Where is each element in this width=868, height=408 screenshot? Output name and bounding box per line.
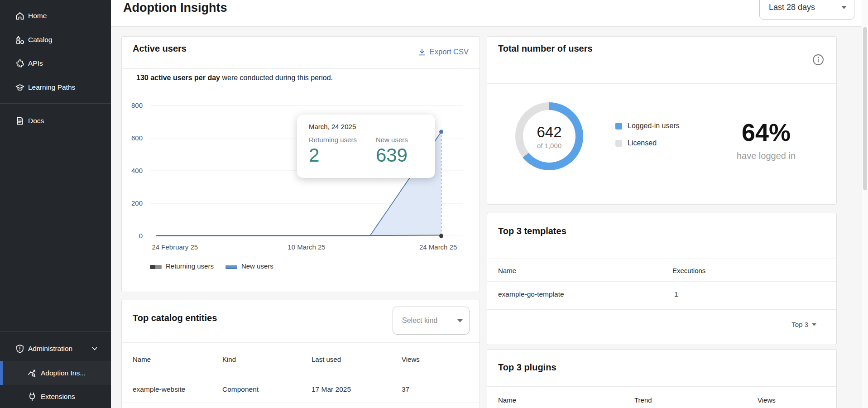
chart-subtitle: 130 active users per day were conducted … — [136, 74, 333, 82]
tooltip-returning-users: Returning users 2 — [309, 136, 357, 166]
tooltip-value: 639 — [376, 144, 408, 166]
kind-value: Component — [222, 385, 259, 394]
caret-down-icon — [841, 6, 847, 9]
column-header-views: Views — [402, 355, 420, 363]
users-donut-chart: 642 of 1,000 — [515, 102, 583, 170]
sidebar-divider — [0, 331, 111, 332]
sidebar-divider — [0, 103, 111, 104]
sidebar-item-label: Home — [28, 12, 47, 20]
column-header-last-used: Last used — [312, 355, 341, 363]
scrollbar-thumb[interactable] — [863, 27, 867, 190]
shield-icon — [15, 344, 25, 354]
adoption-insights-icon — [27, 368, 37, 378]
date-range-value: Last 28 days — [769, 3, 815, 12]
legend-logged-in-users: Logged-in users — [615, 122, 680, 130]
table-divider — [487, 281, 836, 282]
tooltip-value: 2 — [309, 144, 357, 166]
new-users-swatch — [225, 265, 237, 269]
kind-select[interactable]: Select kind — [393, 307, 470, 335]
executions-value: 1 — [674, 290, 678, 298]
column-header-name: Name — [498, 267, 516, 274]
top-n-value: Top 3 — [791, 321, 808, 328]
sidebar-item-label: Adoption Ins... — [41, 369, 86, 377]
apis-icon — [15, 58, 25, 68]
export-csv-label: Export CSV — [430, 48, 469, 56]
page-title: Adoption Insights — [123, 1, 227, 15]
sidebar-item-apis[interactable]: APIs — [0, 52, 111, 75]
card-title: Active users — [133, 43, 187, 54]
donut-total: of 1,000 — [537, 142, 561, 149]
logged-in-percent: 64% — [710, 118, 823, 146]
legend-label: Logged-in users — [628, 122, 680, 130]
sidebar-item-administration[interactable]: Administration — [0, 337, 111, 360]
table-divider — [122, 372, 480, 372]
card-title: Total number of users — [498, 43, 593, 54]
learning-paths-icon — [15, 82, 25, 92]
licensed-swatch — [615, 140, 622, 147]
card-divider — [487, 259, 836, 259]
top-plugins-card: Top 3 plugins Name Trend Views — [487, 349, 837, 408]
card-divider — [487, 83, 836, 84]
tooltip-new-users: New users 639 — [376, 136, 408, 166]
tooltip-date: March, 24 2025 — [309, 123, 423, 130]
top-n-select[interactable]: Top 3 — [791, 321, 816, 328]
svg-text:10 March 25: 10 March 25 — [288, 243, 325, 251]
svg-text:200: 200 — [131, 199, 143, 207]
legend-returning-users: Returning users — [150, 262, 214, 270]
column-header-name: Name — [133, 355, 151, 363]
svg-text:600: 600 — [131, 134, 143, 142]
sidebar-item-label: Administration — [28, 345, 72, 353]
last-used-value: 17 Mar 2025 — [312, 385, 351, 394]
card-divider — [122, 68, 480, 69]
card-divider — [487, 386, 836, 387]
svg-text:0: 0 — [139, 232, 143, 240]
top-templates-card: Top 3 templates Name Executions example-… — [487, 213, 837, 345]
home-icon — [15, 11, 25, 21]
selected-indicator — [0, 361, 3, 385]
card-divider — [122, 342, 480, 343]
sidebar-item-label: Catalog — [28, 36, 52, 44]
column-header-views: Views — [758, 396, 776, 404]
info-icon[interactable] — [812, 54, 824, 66]
scrollbar[interactable] — [862, 0, 868, 408]
export-csv-button[interactable]: Export CSV — [418, 48, 469, 56]
chevron-down-icon[interactable] — [91, 345, 98, 354]
legend-label: New users — [241, 262, 273, 270]
sidebar-item-docs[interactable]: Docs — [0, 109, 111, 133]
caret-down-icon — [457, 319, 463, 322]
template-link[interactable]: example-go-template — [498, 290, 564, 298]
logged-in-percent-caption: have logged in — [710, 151, 823, 161]
table-divider — [487, 309, 836, 310]
card-title: Top 3 plugins — [498, 362, 556, 373]
sidebar-item-home[interactable]: Home — [0, 4, 111, 28]
sidebar-item-label: APIs — [28, 59, 43, 67]
legend-licensed: Licensed — [615, 139, 680, 147]
column-header-name: Name — [498, 396, 516, 404]
legend-new-users: New users — [225, 262, 273, 270]
total-users-card: Total number of users 642 of 1,000 Logge… — [487, 36, 837, 205]
card-title: Top catalog entities — [133, 313, 217, 323]
catalog-icon — [15, 35, 25, 45]
top-catalog-entities-card: Top catalog entities Select kind Name Ki… — [121, 300, 480, 408]
donut-legend: Logged-in users Licensed — [615, 122, 680, 147]
subtitle-bold: 130 active users per day — [136, 74, 220, 82]
sidebar-item-catalog[interactable]: Catalog — [0, 28, 111, 52]
entity-link[interactable]: example-website — [133, 385, 185, 394]
svg-text:400: 400 — [131, 167, 143, 174]
sidebar-item-extensions[interactable]: Extensions — [0, 385, 111, 408]
sidebar-item-learning-paths[interactable]: Learning Paths — [0, 76, 111, 99]
legend-label: Returning users — [166, 262, 214, 270]
legend-label: Licensed — [628, 139, 657, 147]
docs-icon — [15, 116, 25, 126]
date-range-select[interactable]: Last 28 days — [759, 0, 854, 20]
donut-center: 642 of 1,000 — [523, 110, 575, 163]
table-divider — [122, 403, 480, 403]
sidebar: Home Catalog APIs Learning Paths Docs Ad… — [0, 0, 111, 408]
active-users-card: Active users Export CSV 130 active users… — [121, 36, 480, 292]
sidebar-item-label: Extensions — [41, 393, 75, 401]
donut-value: 642 — [537, 124, 561, 141]
download-icon — [418, 48, 426, 56]
svg-text:24 March 25: 24 March 25 — [419, 243, 457, 251]
sidebar-item-adoption-insights[interactable]: Adoption Ins... — [0, 361, 111, 385]
plug-icon — [27, 392, 37, 402]
